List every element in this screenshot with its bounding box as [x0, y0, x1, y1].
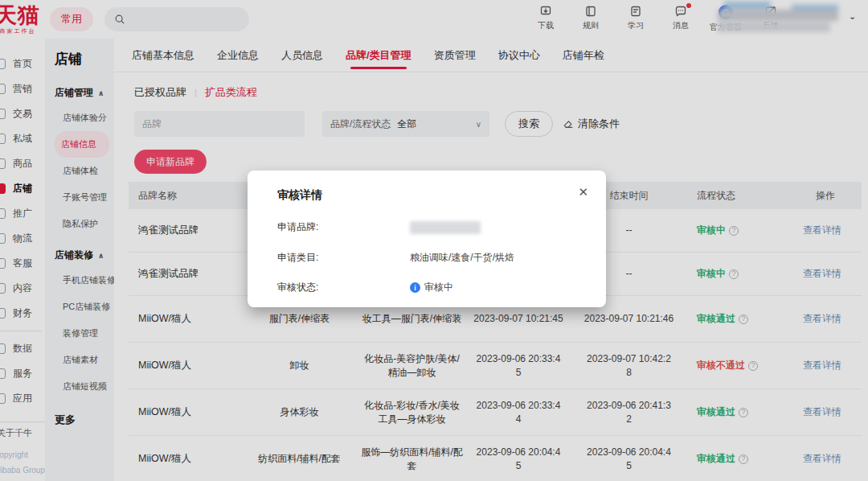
redacted-brand-value	[410, 221, 481, 234]
info-circle-icon: i	[410, 282, 420, 293]
modal-field-status: 审核状态: i 审核中	[277, 281, 453, 294]
audit-details-modal: 审核详情 ✕ 申请品牌: 申请类目: 粮油调味/速食/干货/烘焙 审核状态: i…	[248, 171, 606, 307]
modal-title: 审核详情	[277, 188, 322, 203]
close-icon[interactable]: ✕	[578, 185, 588, 199]
modal-field-brand: 申请品牌:	[277, 220, 481, 234]
modal-field-category: 申请类目: 粮油调味/速食/干货/烘焙	[277, 251, 514, 265]
